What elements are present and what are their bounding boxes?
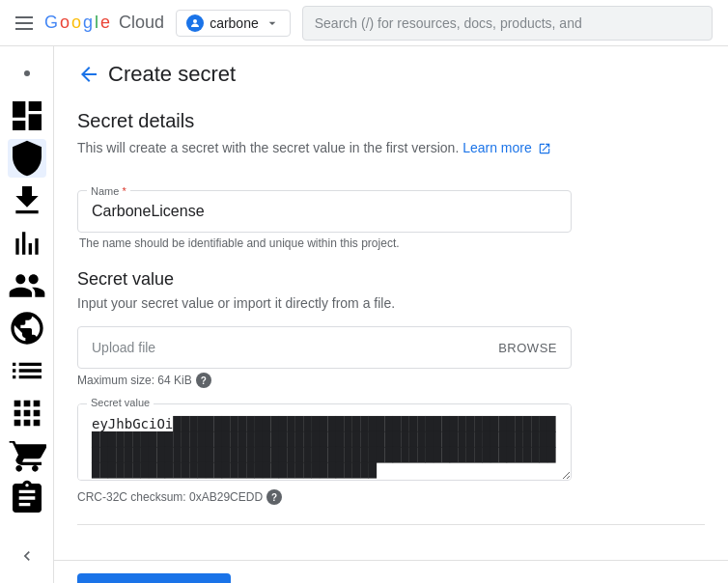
- secret-value-desc: Input your secret value or import it dir…: [77, 295, 705, 311]
- project-selector[interactable]: carbone: [176, 10, 291, 37]
- clipboard-icon: [8, 479, 46, 517]
- dot-icon: [24, 70, 30, 76]
- sidebar-item-cart[interactable]: [8, 436, 46, 475]
- secret-value-section: Secret value Input your secret value or …: [77, 269, 705, 505]
- apps-icon: [8, 394, 46, 432]
- google-logo: Google Cloud: [44, 13, 164, 33]
- cart-icon: [8, 436, 46, 475]
- sidebar-item-apps[interactable]: [8, 394, 46, 432]
- learn-more-link[interactable]: Learn more: [462, 140, 532, 155]
- checksum-help-icon[interactable]: ?: [266, 489, 282, 505]
- max-size-help-icon[interactable]: ?: [196, 373, 211, 388]
- project-icon: [186, 14, 204, 32]
- section-title: Secret details: [77, 110, 705, 132]
- upload-area: Upload file BROWSE: [77, 326, 572, 369]
- shield-icon: [8, 139, 46, 178]
- create-secret-button[interactable]: CREATE SECRET: [77, 573, 231, 583]
- name-input[interactable]: [77, 190, 572, 233]
- chevron-down-icon: [265, 15, 280, 31]
- page-header: Create secret: [54, 46, 728, 95]
- sidebar-item-globe[interactable]: [8, 309, 46, 347]
- cancel-button[interactable]: CANCEL: [242, 572, 337, 583]
- name-hint: The name should be identifiable and uniq…: [79, 236, 705, 250]
- globe-icon: [8, 309, 46, 347]
- upload-placeholder: Upload file: [92, 340, 155, 355]
- search-placeholder: Search (/) for resources, docs, products…: [315, 15, 582, 31]
- groups-icon: [8, 266, 46, 305]
- external-link-icon: [538, 142, 551, 155]
- project-name: carbone: [210, 15, 259, 31]
- divider: [77, 524, 705, 525]
- list-icon: [8, 351, 46, 390]
- svg-point-0: [193, 19, 197, 23]
- layout: Create secret Secret details This will c…: [0, 46, 728, 583]
- back-arrow-icon: [77, 63, 100, 86]
- chevron-left-icon: [17, 546, 37, 566]
- section-desc: This will create a secret with the secre…: [77, 140, 705, 155]
- sidebar-item-download[interactable]: [8, 181, 46, 220]
- form-area: Secret details This will create a secret…: [54, 95, 728, 560]
- sidebar-collapse-button[interactable]: [8, 537, 46, 575]
- sidebar-item-groups[interactable]: [8, 266, 46, 305]
- page-title: Create secret: [108, 62, 236, 87]
- secret-value-title: Secret value: [77, 269, 705, 290]
- sidebar-item-clipboard[interactable]: [8, 479, 46, 517]
- main-content: Create secret Secret details This will c…: [54, 46, 728, 583]
- search-bar[interactable]: Search (/) for resources, docs, products…: [302, 6, 713, 41]
- menu-icon[interactable]: [15, 16, 33, 30]
- sidebar-item-dot[interactable]: [8, 54, 46, 93]
- bar-chart-icon: [8, 224, 46, 263]
- checksum-info: CRC-32C checksum: 0xAB29CEDD ?: [77, 489, 705, 505]
- sidebar: [0, 46, 54, 583]
- sidebar-item-list[interactable]: [8, 351, 46, 390]
- secret-value-label: Secret value: [87, 397, 154, 408]
- secret-value-input[interactable]: eyJhbGciOi██████████████████████████████…: [77, 403, 572, 481]
- max-size-info: Maximum size: 64 KiB ?: [77, 373, 705, 388]
- sidebar-item-dashboard[interactable]: [8, 97, 46, 135]
- name-field-group: Name * The name should be identifiable a…: [77, 175, 705, 250]
- secret-textarea-wrapper: Secret value eyJhbGciOi█████████████████…: [77, 403, 572, 484]
- name-label: Name *: [87, 185, 130, 197]
- sidebar-item-security[interactable]: [8, 139, 46, 178]
- footer-actions: CREATE SECRET CANCEL: [54, 560, 728, 583]
- top-nav: Google Cloud carbone Search (/) for reso…: [0, 0, 728, 46]
- sidebar-item-metrics[interactable]: [8, 224, 46, 263]
- browse-button[interactable]: BROWSE: [498, 341, 557, 355]
- dashboard-icon: [8, 97, 46, 135]
- download-icon: [8, 181, 46, 220]
- back-button[interactable]: [77, 63, 100, 86]
